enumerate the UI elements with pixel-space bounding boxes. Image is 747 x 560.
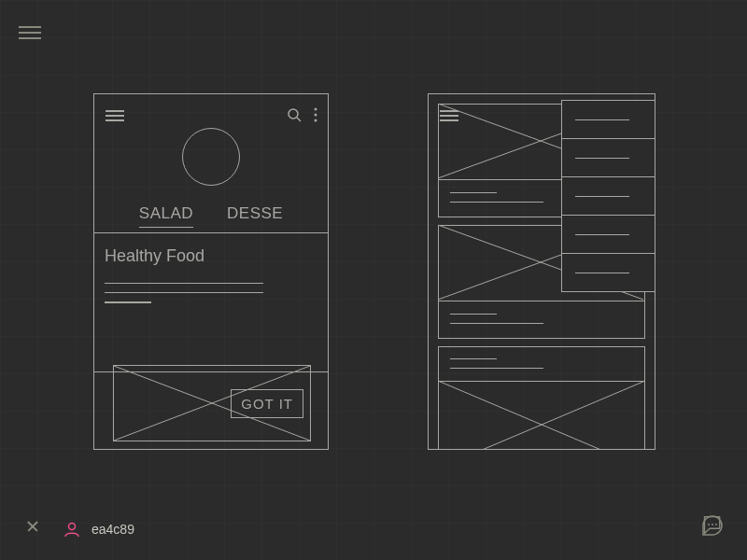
tab-salad[interactable]: SALAD (139, 204, 193, 228)
tab-dessert[interactable]: DESSE (227, 204, 283, 228)
text-line (450, 314, 497, 315)
card-title: Healthy Food (105, 246, 319, 266)
overflow-menu (561, 100, 655, 292)
svg-line-15 (438, 381, 645, 450)
user-color-label: ea4c89 (92, 522, 134, 537)
text-line (105, 283, 263, 284)
artboard-2[interactable] (428, 93, 655, 450)
text-line (450, 323, 543, 324)
text-line (450, 368, 543, 369)
svg-point-16 (69, 524, 76, 530)
user-icon (63, 521, 80, 538)
got-it-button[interactable]: GOT IT (231, 389, 303, 418)
svg-point-3 (315, 114, 317, 117)
app-menu-icon[interactable] (19, 22, 41, 43)
svg-point-18 (712, 524, 713, 525)
text-line (450, 202, 543, 203)
chat-icon[interactable] (700, 513, 725, 538)
svg-line-1 (297, 118, 301, 121)
user-badge[interactable]: ea4c89 (63, 521, 134, 538)
artboard-1[interactable]: SALAD DESSE Healthy Food GOT IT (93, 93, 329, 450)
text-line (105, 292, 263, 293)
search-icon[interactable] (287, 107, 302, 126)
svg-point-4 (315, 119, 317, 122)
svg-point-17 (708, 524, 710, 525)
close-icon[interactable] (26, 519, 39, 532)
menu-icon[interactable] (106, 107, 124, 124)
text-line (450, 192, 497, 193)
tab-bar: SALAD DESSE (94, 204, 328, 228)
menu-item[interactable] (562, 101, 655, 139)
svg-point-0 (289, 109, 298, 119)
text-line (450, 358, 497, 359)
menu-item[interactable] (562, 254, 655, 291)
more-vert-icon[interactable] (313, 107, 318, 126)
promo-card: Healthy Food (93, 232, 329, 372)
svg-line-14 (438, 381, 645, 450)
svg-point-2 (315, 108, 317, 111)
menu-item[interactable] (562, 139, 655, 177)
list-card[interactable] (438, 346, 645, 450)
avatar[interactable] (182, 128, 240, 186)
menu-item[interactable] (562, 177, 655, 216)
text-line (105, 301, 151, 302)
svg-point-19 (715, 524, 717, 525)
menu-item[interactable] (562, 216, 655, 254)
